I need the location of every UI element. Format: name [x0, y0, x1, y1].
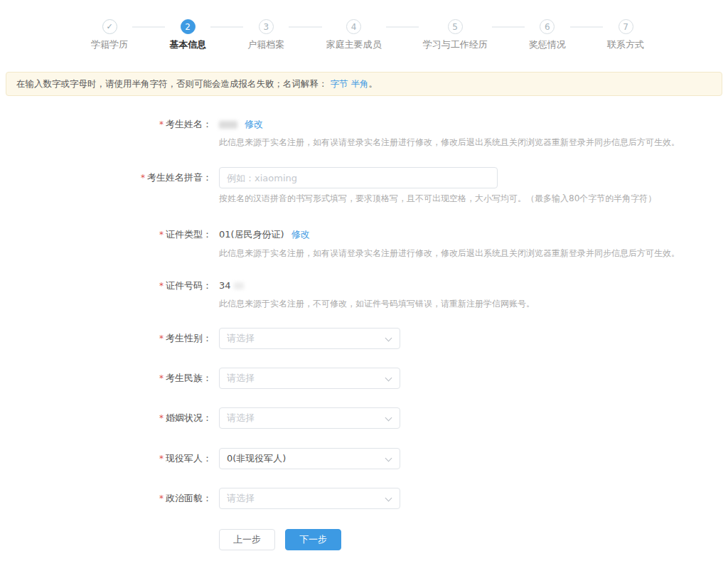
step-number-badge: 2 — [181, 19, 196, 34]
step-connector — [210, 26, 243, 28]
marital-status-row: *婚姻状况： 请选择 — [0, 407, 728, 429]
required-asterisk: * — [159, 281, 164, 291]
cert-type-label: *证件类型： — [0, 228, 212, 241]
candidate-name-redacted-value — [219, 121, 237, 129]
halfwidth-warning-banner: 在输入数字或字母时，请使用半角字符，否则可能会造成报名失败；名词解释：字节半角。 — [6, 72, 722, 96]
gender-select[interactable]: 请选择 — [219, 328, 400, 349]
marital-status-label: *婚姻状况： — [0, 407, 212, 424]
pinyin-row: *考生姓名拼音： 按姓名的汉语拼音的书写形式填写，要求顶格写，且不可出现空格，大… — [0, 167, 728, 204]
halfwidth-definition-link[interactable]: 半角 — [351, 78, 369, 89]
step-6-rewards[interactable]: 6 奖惩情况 — [529, 19, 566, 51]
cert-number-row: *证件号码： 34 此信息来源于实名注册，不可修改，如证件号码填写错误，请重新注… — [0, 279, 728, 309]
previous-step-button[interactable]: 上一步 — [219, 529, 275, 550]
gender-row: *考生性别： 请选择 — [0, 328, 728, 349]
step-1-xueji[interactable]: ✓ 学籍学历 — [91, 19, 128, 51]
ethnicity-select[interactable]: 请选择 — [219, 368, 400, 389]
required-asterisk: * — [159, 119, 164, 129]
required-asterisk: * — [141, 173, 145, 183]
required-asterisk: * — [159, 493, 164, 503]
ethnicity-label: *考生民族： — [0, 368, 212, 385]
step-connector — [492, 26, 525, 28]
required-asterisk: * — [159, 373, 164, 383]
step-label: 学籍学历 — [91, 38, 128, 51]
cert-number-redacted — [234, 282, 244, 289]
political-status-select[interactable]: 请选择 — [219, 488, 400, 509]
step-label: 基本信息 — [169, 38, 206, 51]
basic-info-form: *考生姓名： 修改 此信息来源于实名注册，如有误请登录实名注册进行修改，修改后退… — [0, 118, 728, 550]
step-4-family[interactable]: 4 家庭主要成员 — [326, 19, 382, 51]
step-number-badge: 3 — [259, 19, 274, 34]
military-status-label: *现役军人： — [0, 448, 212, 465]
chevron-down-icon — [385, 415, 392, 422]
chevron-down-icon — [385, 375, 392, 382]
next-step-button[interactable]: 下一步 — [285, 529, 341, 550]
military-status-select[interactable]: 0(非现役军人) — [219, 448, 400, 469]
candidate-name-help: 此信息来源于实名注册，如有误请登录实名注册进行修改，修改后退出系统且关闭浏览器重… — [219, 137, 680, 148]
gender-label: *考生性别： — [0, 328, 212, 345]
step-5-study-work[interactable]: 5 学习与工作经历 — [423, 19, 488, 51]
step-done-check-icon: ✓ — [102, 19, 117, 34]
candidate-name-row: *考生姓名： 修改 此信息来源于实名注册，如有误请登录实名注册进行修改，修改后退… — [0, 118, 728, 148]
chevron-down-icon — [385, 335, 392, 342]
cert-number-label: *证件号码： — [0, 279, 212, 292]
step-label: 奖惩情况 — [529, 38, 566, 51]
pinyin-help: 按姓名的汉语拼音的书写形式填写，要求顶格写，且不可出现空格，大小写均可。（最多输… — [219, 193, 656, 204]
edit-cert-type-link[interactable]: 修改 — [291, 228, 310, 241]
cert-number-help: 此信息来源于实名注册，不可修改，如证件号码填写错误，请重新注册学信网账号。 — [219, 299, 535, 309]
step-connector — [132, 26, 165, 28]
cert-type-value: 01(居民身份证) — [219, 228, 284, 241]
step-label: 学习与工作经历 — [423, 38, 488, 51]
pinyin-label: *考生姓名拼音： — [0, 167, 212, 184]
step-connector — [386, 26, 419, 28]
byte-definition-link[interactable]: 字节 — [331, 78, 348, 89]
required-asterisk: * — [159, 230, 164, 240]
step-2-basic-info[interactable]: 2 基本信息 — [169, 19, 206, 51]
step-connector — [289, 26, 321, 28]
notice-text: 在输入数字或字母时，请使用半角字符，否则可能会造成报名失败；名词解释： — [16, 78, 328, 89]
step-7-contact[interactable]: 7 联系方式 — [607, 19, 644, 51]
cert-type-help: 此信息来源于实名注册，如有误请登录实名注册进行修改，修改后退出系统且关闭浏览器重… — [219, 248, 680, 259]
cert-number-value: 34 — [219, 279, 231, 292]
step-number-badge: 4 — [346, 19, 361, 34]
chevron-down-icon — [385, 495, 392, 502]
marital-status-select[interactable]: 请选择 — [219, 407, 400, 429]
candidate-name-label: *考生姓名： — [0, 118, 212, 131]
required-asterisk: * — [159, 333, 164, 343]
form-actions: 上一步 下一步 — [219, 529, 728, 550]
notice-suffix: 。 — [369, 78, 378, 89]
political-status-row: *政治面貌： 请选择 — [0, 488, 728, 509]
political-status-label: *政治面貌： — [0, 488, 212, 505]
step-number-badge: 6 — [540, 19, 555, 34]
step-label: 户籍档案 — [247, 38, 284, 51]
step-3-huji[interactable]: 3 户籍档案 — [247, 19, 284, 51]
cert-type-row: *证件类型： 01(居民身份证) 修改 此信息来源于实名注册，如有误请登录实名注… — [0, 228, 728, 259]
step-label: 家庭主要成员 — [326, 38, 382, 51]
required-asterisk: * — [159, 413, 164, 423]
pinyin-input[interactable] — [219, 167, 498, 188]
edit-name-link[interactable]: 修改 — [245, 118, 263, 131]
step-label: 联系方式 — [607, 38, 644, 51]
progress-stepper: ✓ 学籍学历 2 基本信息 3 户籍档案 4 家庭主要成员 5 学习与工作经历 … — [0, 0, 728, 51]
military-status-row: *现役军人： 0(非现役军人) — [0, 448, 728, 469]
step-number-badge: 5 — [448, 19, 463, 34]
step-number-badge: 7 — [619, 19, 633, 34]
ethnicity-row: *考生民族： 请选择 — [0, 368, 728, 389]
required-asterisk: * — [159, 454, 164, 464]
chevron-down-icon — [385, 455, 392, 462]
step-connector — [570, 26, 603, 28]
